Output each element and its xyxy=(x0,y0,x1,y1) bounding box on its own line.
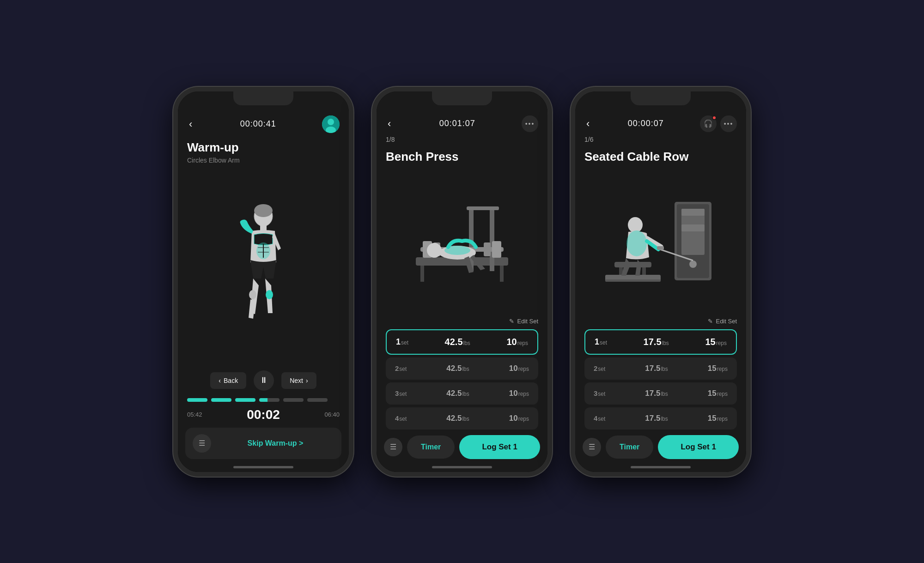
nav-bar-1: ‹ 00:00:41 xyxy=(178,112,349,137)
set-reps-unit-2-4: reps xyxy=(518,416,529,422)
edit-set-btn-2[interactable]: ✎ Edit Set xyxy=(386,318,538,325)
bottom-actions-3: ☰ Timer Log Set 1 xyxy=(583,435,739,459)
notification-dot-3 xyxy=(712,115,717,120)
svg-rect-16 xyxy=(490,206,494,271)
svg-rect-30 xyxy=(681,217,705,224)
controls-row: ‹ Back ⏸ Next › xyxy=(187,370,340,391)
exercise-title-2: Bench Press xyxy=(386,150,538,164)
set-num-2-3: 3 xyxy=(395,389,399,397)
set-weight-unit-3-2: lbs xyxy=(661,366,668,372)
time-current: 00:02 xyxy=(247,407,280,422)
edit-icon-2: ✎ xyxy=(509,318,514,325)
headphone-button-3[interactable]: 🎧 xyxy=(700,115,717,132)
list-icon-btn-3[interactable]: ☰ xyxy=(583,438,601,456)
dot-4 xyxy=(259,398,280,402)
cable-row-svg xyxy=(601,197,721,290)
back-button[interactable]: ‹ Back xyxy=(210,372,246,389)
svg-point-1 xyxy=(328,119,334,125)
edit-set-btn-3[interactable]: ✎ Edit Set xyxy=(584,318,737,325)
set-weight-unit-2-3: lbs xyxy=(462,391,469,397)
svg-rect-42 xyxy=(657,246,664,250)
home-indicator-1 xyxy=(178,463,349,472)
time-start: 05:42 xyxy=(187,411,202,418)
set-row-3-2[interactable]: 2 set 17.5 lbs 15 reps xyxy=(584,357,737,380)
set-num-2-1: 1 xyxy=(396,337,401,347)
more-icon-3: ••• xyxy=(724,120,734,127)
edit-icon-3: ✎ xyxy=(708,318,713,325)
set-unit-2-3: set xyxy=(399,391,407,397)
avatar-svg-1 xyxy=(322,115,340,133)
svg-point-33 xyxy=(689,260,697,268)
warmup-subtitle: Circles Elbow Arm xyxy=(187,157,340,164)
svg-point-25 xyxy=(444,246,470,255)
timer-button-3[interactable]: Timer xyxy=(606,436,653,459)
svg-rect-5 xyxy=(260,224,267,231)
more-button-2[interactable]: ••• xyxy=(522,115,538,132)
svg-point-4 xyxy=(254,204,273,217)
list-icon-btn-2[interactable]: ☰ xyxy=(384,438,402,456)
back-label: Back xyxy=(224,377,238,384)
log-set-button-2[interactable]: Log Set 1 xyxy=(459,435,540,459)
avatar-1[interactable] xyxy=(322,115,340,133)
bench-press-svg xyxy=(397,197,527,290)
set-row-2-3[interactable]: 3 set 42.5 lbs 10 reps xyxy=(386,382,538,405)
set-num-2-2: 2 xyxy=(395,364,399,372)
set-row-2-2[interactable]: 2 set 42.5 lbs 10 reps xyxy=(386,357,538,380)
progress-dots xyxy=(187,398,340,402)
sets-table-3: 1 set 17.5 lbs 15 reps xyxy=(584,329,737,430)
back-button-2[interactable]: ‹ xyxy=(386,116,393,132)
home-indicator-2 xyxy=(377,463,547,472)
set-weight-2-1: 42.5 xyxy=(445,337,463,347)
chevron-right-icon: › xyxy=(306,377,308,384)
more-button-3[interactable]: ••• xyxy=(720,115,737,132)
set-reps-unit-3-2: reps xyxy=(717,366,728,372)
set-weight-3-4: 17.5 xyxy=(645,414,660,423)
svg-rect-21 xyxy=(492,241,501,258)
skip-warmup-button[interactable]: Skip Warm-up > xyxy=(217,439,334,448)
log-set-button-3[interactable]: Log Set 1 xyxy=(658,435,739,459)
svg-rect-17 xyxy=(467,206,499,210)
set-row-2-1[interactable]: 1 set 42.5 lbs 10 reps xyxy=(386,329,538,355)
phones-container: ‹ 00:00:41 Warm-up Circles Elbow Arm xyxy=(173,87,751,477)
edit-set-label-3: Edit Set xyxy=(716,318,737,325)
dot-5 xyxy=(283,398,304,402)
svg-point-41 xyxy=(626,230,647,256)
phone-2: ‹ 00:01:07 ••• 1/8 Bench Press xyxy=(372,87,552,477)
phone-frame-1: ‹ 00:00:41 Warm-up Circles Elbow Arm xyxy=(173,87,353,477)
svg-point-40 xyxy=(628,217,643,233)
warmup-title: Warm-up xyxy=(187,140,340,155)
svg-point-6 xyxy=(249,290,256,299)
set-row-2-4[interactable]: 4 set 42.5 lbs 10 reps xyxy=(386,407,538,430)
set-reps-unit-2-3: reps xyxy=(518,391,529,397)
back-button-1[interactable]: ‹ xyxy=(187,116,194,132)
timer-display-3: 00:00:07 xyxy=(628,119,664,128)
svg-rect-32 xyxy=(681,232,705,239)
home-bar-1 xyxy=(233,466,293,468)
time-end: 06:40 xyxy=(324,411,340,418)
pause-button[interactable]: ⏸ xyxy=(254,370,274,391)
svg-rect-31 xyxy=(681,224,705,231)
screen2-content: 1/8 Bench Press xyxy=(377,136,547,435)
edit-set-label-2: Edit Set xyxy=(517,318,538,325)
set-row-3-3[interactable]: 3 set 17.5 lbs 15 reps xyxy=(584,382,737,405)
set-row-3-4[interactable]: 4 set 17.5 lbs 15 reps xyxy=(584,407,737,430)
set-reps-3-3: 15 xyxy=(708,389,717,398)
set-reps-unit-2-1: reps xyxy=(517,340,528,346)
set-reps-unit-2-2: reps xyxy=(518,366,529,372)
status-bar-2 xyxy=(377,91,547,112)
timer-button-2[interactable]: Timer xyxy=(407,436,455,459)
set-unit-3-2: set xyxy=(598,366,605,372)
svg-rect-22 xyxy=(484,242,491,256)
set-reps-3-4: 15 xyxy=(708,414,717,423)
list-icon-btn-1[interactable]: ☰ xyxy=(193,434,211,453)
time-bar: 05:42 00:02 06:40 xyxy=(187,407,340,422)
dot-1 xyxy=(187,398,207,402)
set-reps-unit-3-1: reps xyxy=(716,340,727,346)
svg-point-7 xyxy=(266,290,273,299)
set-row-3-1[interactable]: 1 set 17.5 lbs 15 reps xyxy=(584,329,737,355)
back-button-3[interactable]: ‹ xyxy=(584,116,591,132)
set-reps-2-3: 10 xyxy=(509,389,518,398)
next-button[interactable]: Next › xyxy=(281,372,316,389)
set-reps-unit-3-4: reps xyxy=(717,416,728,422)
svg-rect-13 xyxy=(420,266,424,282)
